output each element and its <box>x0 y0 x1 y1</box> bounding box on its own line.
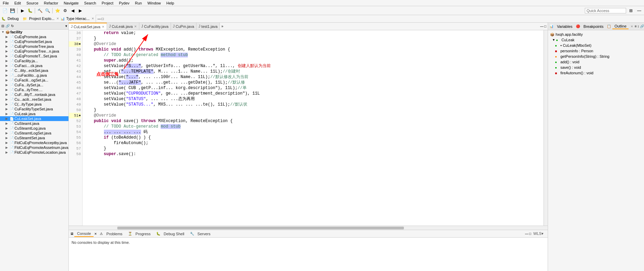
list-item[interactable]: ▶ 📄 FldCuEqPromoteAssetnum.java <box>0 145 68 150</box>
panel-sort[interactable]: ↕ <box>637 24 639 28</box>
sidebar-collapse-all[interactable]: ⊟ <box>1 24 4 28</box>
toolbar-next[interactable]: ▶ <box>77 7 84 14</box>
list-item[interactable]: ▶ 📄 CuEqPromoteT...Set.java <box>0 54 68 58</box>
tab-outline[interactable]: Outline <box>612 24 629 29</box>
quick-access-input[interactable]: Quick Access <box>585 8 626 13</box>
menu-help[interactable]: Help <box>165 1 176 6</box>
outline-member-method-getpersoninfo[interactable]: ● getPersonInfo(String) : String <box>549 54 643 59</box>
list-item[interactable]: ▶ 📄 CuSteamtLog.java <box>0 126 68 131</box>
console-close-icon[interactable]: ✕ <box>94 232 97 236</box>
menu-navigate[interactable]: Navigate <box>62 1 80 6</box>
toolbar-star[interactable]: ⭐ <box>54 7 61 14</box>
editor-scrollbar[interactable] <box>544 30 548 226</box>
list-item[interactable]: ▶ 📄 C...ility...eckSet.java <box>0 68 68 73</box>
tree-folder-facility[interactable]: ▼ 📦 facility <box>0 30 68 34</box>
panel-minimize[interactable]: — <box>97 17 101 21</box>
menu-refactor[interactable]: Refactor <box>43 1 60 6</box>
tab-close-icon[interactable]: ✕ <box>102 25 105 29</box>
toolbar-perspective[interactable]: ⊞ <box>627 7 634 14</box>
editor-tab-cupm[interactable]: J CuPm.java <box>171 23 197 30</box>
list-item[interactable]: ▶ 📄 CuFacilityTypeSet.java <box>0 107 68 111</box>
menu-source[interactable]: Source <box>25 1 40 6</box>
menu-edit[interactable]: Edit <box>13 1 22 6</box>
menu-window[interactable]: Window <box>146 1 162 6</box>
panel-sync-outline[interactable]: 🔗 <box>640 24 644 28</box>
console-max-btn[interactable]: □ <box>529 231 531 236</box>
menu-project[interactable]: Project <box>100 1 115 6</box>
console-tab-debug-shell[interactable]: Debug Shell <box>161 231 187 237</box>
list-item[interactable]: ▶ 📄 CuF...ilityT...rontask.java <box>0 92 68 97</box>
sidebar-link-editor[interactable]: 🔗 <box>6 24 10 28</box>
editor-tab-culeakset[interactable]: J CuLeakSet.java ✕ <box>69 23 107 30</box>
h-scrollbar[interactable] <box>69 226 548 230</box>
console-tab-problems[interactable]: Problems <box>104 231 125 237</box>
editor-tab-test1[interactable]: J test1.java <box>196 23 220 30</box>
tab-breakpoints[interactable]: Breakpoints <box>581 24 605 29</box>
panel-maximize[interactable]: □ <box>101 17 104 21</box>
console-tab-console[interactable]: Console <box>74 231 94 237</box>
outline-member-method-save[interactable]: ● save() : void <box>549 65 643 70</box>
editor-min-btn[interactable]: — <box>540 24 544 28</box>
editor-tab-overflow[interactable]: » <box>220 24 225 29</box>
menu-search[interactable]: Search <box>83 1 98 6</box>
tab-project-explorer[interactable]: Project Explo... <box>28 16 56 21</box>
list-item[interactable]: ▶ 📄 Cu...acili...reeSet.java <box>0 97 68 102</box>
list-item[interactable]: ▶ 📄 CuEqPromoteSet.java <box>0 39 68 44</box>
toolbar-prev[interactable]: ◀ <box>69 7 76 14</box>
outline-class[interactable]: ▼ ● CuLeak <box>549 37 643 43</box>
sidebar-view-menu[interactable]: ▾ <box>65 24 67 28</box>
list-item[interactable]: ▶ 📄 CuEqPromoteTree...n.java <box>0 49 68 54</box>
tab-variables[interactable]: Variables <box>555 24 575 29</box>
outline-member-field[interactable]: ■ personinfo : Person <box>549 48 643 54</box>
list-item[interactable]: ▶ 📄 CuFa...ityTree.... <box>0 87 68 92</box>
list-item[interactable]: ▶ 📄 CuFaci....ck.java <box>0 63 68 68</box>
toolbar-build[interactable]: 🔨 <box>36 7 43 14</box>
list-item[interactable]: ▶ 📄 CuFacility.ja... <box>0 58 68 63</box>
editor-tab-culeak[interactable]: J CuLeak.java ✕ <box>107 23 139 30</box>
editor-max-btn[interactable]: □ <box>544 24 546 28</box>
toolbar-search[interactable]: 🔍 <box>44 7 51 14</box>
close-left-icon[interactable]: ✕ <box>56 17 59 20</box>
menu-pydev[interactable]: Pydev <box>118 1 131 6</box>
menu-run[interactable]: Run <box>133 1 143 6</box>
outline-package[interactable]: 📦 hxqh.app.facility <box>549 32 643 37</box>
outline-member-constructor[interactable]: ● • CuLeak(MboSet) <box>549 43 643 48</box>
list-item[interactable]: ▶ 📄 FldCuEqPromoteLocation.java <box>0 150 68 155</box>
console-tab-progress[interactable]: Progress <box>133 231 153 237</box>
list-item[interactable]: ▶ 📄 CuSteamtLogSet.java <box>0 131 68 136</box>
sidebar-sync[interactable]: ↻ <box>11 24 14 28</box>
code-content[interactable]: return value; } @Override public void ad… <box>83 30 544 226</box>
code-editor[interactable]: 36 37 38● 39 40 41 42 43 44 45 46 47 48 … <box>69 30 548 226</box>
list-item[interactable]: ▶ 📄 CuLeak.java <box>0 111 68 116</box>
list-item[interactable]: ▶ 📄 C(...ityType.java <box>0 102 68 107</box>
console-tab-servers[interactable]: Servers <box>195 231 213 237</box>
toolbar-save[interactable]: 💾 <box>9 7 16 14</box>
editor-tab-cufacility[interactable]: J CuFacility.java <box>139 23 171 30</box>
toolbar-gear[interactable]: ⚙ <box>62 7 68 14</box>
outline-member-method-fireautonum[interactable]: ■ fireAutonum() : void <box>549 70 643 76</box>
list-item[interactable]: ▶ 📄 FldCuEqPromoteAcceptby.java <box>0 140 68 145</box>
close-right-icon[interactable]: ✕ <box>631 25 633 28</box>
toolbar-new[interactable]: 📄 <box>1 7 8 14</box>
toolbar-minimize[interactable]: — <box>636 7 643 14</box>
java-file-icon: 📄 <box>10 69 14 73</box>
list-item[interactable]: ▶ 📄 CuSteamtSet.java <box>0 136 68 140</box>
tab-type-hierarchy[interactable]: Type Hierac... <box>65 16 91 21</box>
file-label: CuSteamt.java <box>14 121 39 126</box>
list-item-selected[interactable]: ▶ 📄 CuLeakSet.java <box>0 116 68 121</box>
toolbar-run[interactable]: ▶ <box>19 7 26 14</box>
list-item[interactable]: ▶ 📄 ...cuFacilito...g.java <box>0 73 68 78</box>
list-item[interactable]: ▶ 📄 CuFa...ilySet.ja... <box>0 83 68 87</box>
console-min-btn[interactable]: — <box>525 231 528 236</box>
menu-file[interactable]: File <box>1 1 10 6</box>
close-hier-icon[interactable]: ✕ <box>92 17 94 20</box>
outline-member-method-add[interactable]: ● add() : void <box>549 59 643 65</box>
tab-close-icon[interactable]: ✕ <box>134 25 137 28</box>
panel-hide-fields[interactable]: ≡ <box>635 24 637 28</box>
list-item[interactable]: ▶ 📄 CuEqPromote.java <box>0 34 68 39</box>
list-item[interactable]: ▶ 📄 CuSteamt.java <box>0 121 68 126</box>
list-item[interactable]: ▶ 📄 CuEqPromoteTree.java <box>0 44 68 49</box>
tab-debug[interactable]: Debug <box>6 16 20 21</box>
list-item[interactable]: ▶ 📄 CuFacili...ogSet.ja... <box>0 78 68 83</box>
toolbar-debug[interactable]: 🐛 <box>26 7 33 14</box>
